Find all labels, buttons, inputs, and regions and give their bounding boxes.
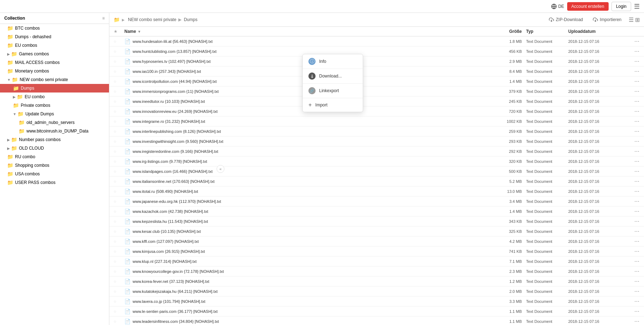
- register-button[interactable]: Account erstellen: [567, 2, 609, 11]
- sidebar-item-new-combo-semi[interactable]: ▼ 📁 NEW combo semi private: [0, 75, 109, 84]
- more-button[interactable]: ⋯: [634, 239, 640, 244]
- context-menu-download[interactable]: ⇓ Download...: [303, 69, 363, 83]
- file-more-actions[interactable]: ⋯: [625, 109, 640, 114]
- more-button[interactable]: ⋯: [634, 49, 640, 54]
- file-more-actions[interactable]: ⋯: [625, 59, 640, 64]
- row-star[interactable]: ○: [114, 69, 124, 74]
- more-button[interactable]: ⋯: [634, 269, 640, 274]
- row-star[interactable]: ○: [114, 159, 124, 164]
- row-star[interactable]: ○: [114, 219, 124, 224]
- file-more-actions[interactable]: ⋯: [625, 39, 640, 44]
- expand-arrow-icon[interactable]: ▶: [7, 146, 10, 150]
- table-row[interactable]: ○ 📄 www.huntclublisting.com {13.857} [NO…: [109, 46, 644, 56]
- file-more-actions[interactable]: ⋯: [625, 219, 640, 224]
- breadcrumb-part-1[interactable]: NEW combo semi private: [128, 17, 176, 22]
- file-more-actions[interactable]: ⋯: [625, 279, 640, 284]
- sidebar-item-number-pass[interactable]: ▶ 📁 Number pass combos: [0, 135, 109, 144]
- file-more-actions[interactable]: ⋯: [625, 129, 640, 134]
- table-row[interactable]: ○ 📄 www.kepzeslista.hu {11.543} [NOHASH]…: [109, 216, 644, 226]
- file-more-actions[interactable]: ⋯: [625, 169, 640, 174]
- sort-arrow-icon[interactable]: ▼: [138, 30, 141, 34]
- login-button[interactable]: Login: [611, 2, 631, 11]
- table-row[interactable]: ○ 📄 www.italiansonline.net {170.663} [NO…: [109, 176, 644, 186]
- file-more-actions[interactable]: ⋯: [625, 69, 640, 74]
- table-row[interactable]: ○ 📄 www.leadersinfitness.com {34.804} [N…: [109, 316, 644, 325]
- more-button[interactable]: ⋯: [634, 169, 640, 174]
- row-star[interactable]: ○: [114, 79, 124, 84]
- row-star[interactable]: ○: [114, 109, 124, 114]
- table-row[interactable]: ○ 📄 www.irg-listings.com {9.778} [NOHASH…: [109, 156, 644, 166]
- table-row[interactable]: ○ 📄 www.ias100.in {257.343} [NOHASH].txt…: [109, 66, 644, 76]
- expand-arrow-icon[interactable]: ▶: [7, 52, 10, 56]
- file-more-actions[interactable]: ⋯: [625, 259, 640, 264]
- more-button[interactable]: ⋯: [634, 309, 640, 314]
- more-button[interactable]: ⋯: [634, 229, 640, 234]
- file-more-actions[interactable]: ⋯: [625, 149, 640, 154]
- more-button[interactable]: ⋯: [634, 279, 640, 284]
- sidebar-item-mail-access[interactable]: 📁 MAIL ACCESS combos: [0, 58, 109, 67]
- file-more-actions[interactable]: ⋯: [625, 239, 640, 244]
- more-button[interactable]: ⋯: [634, 89, 640, 94]
- more-button[interactable]: ⋯: [634, 79, 640, 84]
- zip-download-button[interactable]: ZIP-Download: [546, 16, 586, 24]
- file-more-actions[interactable]: ⋯: [625, 209, 640, 214]
- table-row[interactable]: ○ 📄 www.lavera.co.jp {101.794} [NOHASH].…: [109, 296, 644, 306]
- more-button[interactable]: ⋯: [634, 159, 640, 164]
- row-star[interactable]: ○: [114, 39, 124, 44]
- sidebar-item-eu-combos[interactable]: 📁 EU combos: [0, 41, 109, 50]
- sidebar-item-old-cloud[interactable]: ▶ 📁 OLD CLOUD: [0, 144, 109, 152]
- sidebar-item-eu-combo[interactable]: ▶ 📁 EU combo: [0, 92, 109, 101]
- row-star[interactable]: ○: [114, 199, 124, 204]
- sidebar-item-games-combos[interactable]: ▶ 📁 Games combos: [0, 50, 109, 58]
- row-star[interactable]: ○: [114, 299, 124, 304]
- expand-arrow-icon[interactable]: ▼: [7, 78, 11, 82]
- sidebar-item-update-dumps[interactable]: ▼ 📁 Update Dumps: [0, 110, 109, 118]
- table-row[interactable]: ○ 📄 www.japanese-edu.org.hk {112.970} [N…: [109, 196, 644, 206]
- table-row[interactable]: ○ 📄 www.kimjusa.com {26.915} [NOHASH].tx…: [109, 246, 644, 256]
- row-star[interactable]: ○: [114, 259, 124, 264]
- row-star[interactable]: ○: [114, 309, 124, 314]
- more-button[interactable]: ⋯: [634, 39, 640, 44]
- row-star[interactable]: ○: [114, 139, 124, 144]
- more-button[interactable]: ⋯: [634, 99, 640, 104]
- row-star[interactable]: ○: [114, 89, 124, 94]
- row-star[interactable]: ○: [114, 229, 124, 234]
- row-star[interactable]: ○: [114, 119, 124, 124]
- table-row[interactable]: ○ 📄 www.interlinepublishing.com {8.126} …: [109, 126, 644, 136]
- row-star[interactable]: ○: [114, 209, 124, 214]
- row-star[interactable]: ○: [114, 59, 124, 64]
- more-button[interactable]: ⋯: [634, 319, 640, 324]
- file-more-actions[interactable]: ⋯: [625, 139, 640, 144]
- row-star[interactable]: ○: [114, 129, 124, 134]
- sidebar-collapse-button[interactable]: «: [217, 165, 224, 173]
- file-more-actions[interactable]: ⋯: [625, 99, 640, 104]
- context-menu-import[interactable]: + Import: [303, 98, 363, 112]
- table-row[interactable]: ○ 📄 www.itotal.ru {508.490} [NOHASH].txt…: [109, 186, 644, 196]
- table-row[interactable]: ○ 📄 www.ineedtutor.ru {10.103} [NOHASH].…: [109, 96, 644, 106]
- file-more-actions[interactable]: ⋯: [625, 309, 640, 314]
- table-row[interactable]: ○ 📄 www.immersionprograms.com {11} [NOHA…: [109, 86, 644, 96]
- table-row[interactable]: ○ 📄 www.knowyourcollege-gov.in {72.178} …: [109, 266, 644, 276]
- more-button[interactable]: ⋯: [634, 119, 640, 124]
- sidebar-item-shopping-combos[interactable]: 📁 Shopping combos: [0, 161, 109, 170]
- file-more-actions[interactable]: ⋯: [625, 199, 640, 204]
- file-more-actions[interactable]: ⋯: [625, 299, 640, 304]
- row-star[interactable]: ○: [114, 169, 124, 174]
- expand-arrow-icon[interactable]: ▶: [13, 95, 16, 99]
- table-row[interactable]: ○ 📄 www.kffl.com {127.097} [NOHASH].txt …: [109, 236, 644, 246]
- sidebar-item-private-combos[interactable]: 📁 Private combos: [0, 101, 109, 110]
- more-button[interactable]: ⋯: [634, 259, 640, 264]
- date-col-header[interactable]: Uploaddatum: [568, 29, 625, 34]
- grid-view-button[interactable]: ⊞: [635, 16, 640, 23]
- expand-arrow-icon[interactable]: ▶: [7, 138, 10, 142]
- sidebar-item-bitcoinrush[interactable]: 📁 www.bitcoinrush.io_DUMP_Data: [0, 127, 109, 135]
- list-view-button[interactable]: ☰: [629, 16, 634, 23]
- row-star[interactable]: ○: [114, 179, 124, 184]
- file-more-actions[interactable]: ⋯: [625, 189, 640, 194]
- table-row[interactable]: ○ 📄 www.icontrolpollution.com {44.94} [N…: [109, 76, 644, 86]
- sidebar-item-old-admin[interactable]: 📁 old_admin_nubo_servers: [0, 118, 109, 127]
- more-button[interactable]: ⋯: [634, 59, 640, 64]
- table-row[interactable]: ○ 📄 www.kutatokejszakaja.hu {64.211} [NO…: [109, 286, 644, 296]
- name-col-header[interactable]: Name ▼: [124, 29, 486, 34]
- table-row[interactable]: ○ 📄 www.hundesalon-lili.at {56.463} [NOH…: [109, 36, 644, 46]
